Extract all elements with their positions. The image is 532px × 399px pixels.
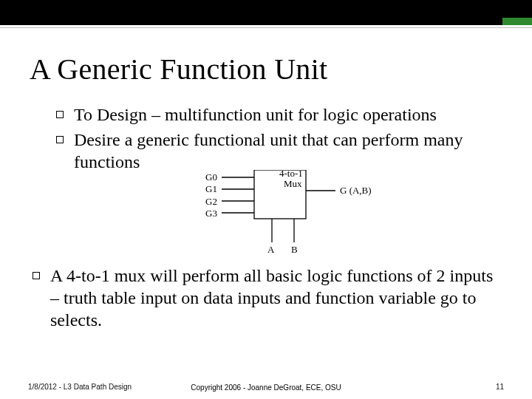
bullet-text: To Design – multifunction unit for logic… [74,103,437,126]
bullet-text: Desire a generic functional unit that ca… [74,129,502,173]
divider [0,25,532,28]
slide-title: A Generic Function Unit [30,52,502,86]
bullet-marker-icon [56,111,64,118]
footer-left: 1/8/2012 - L3 Data Path Design [28,383,139,392]
bullet-item: Desire a generic functional unit that ca… [56,129,502,173]
body-area: To Design – multifunction unit for logic… [43,103,502,176]
svg-rect-4 [254,170,306,219]
bullet-marker-icon [56,136,64,143]
slide: A Generic Function Unit To Design – mult… [0,0,532,399]
second-body: A 4-to-1 mux will perform all basic logi… [33,265,502,334]
accent-box [502,18,532,25]
mux-diagram: G0 G1 G2 G3 4-to-1 Mux G (A,B) A B [0,170,532,259]
bullet-text: A 4-to-1 mux will perform all basic logi… [50,265,502,331]
top-bar [0,0,532,25]
footer-center: Copyright 2006 - Joanne DeGroat, ECE, OS… [191,383,341,392]
bullet-item: To Design – multifunction unit for logic… [56,103,502,126]
mux-svg-icon [205,170,383,259]
page-number: 11 [460,383,504,391]
bullet-item: A 4-to-1 mux will perform all basic logi… [33,265,502,331]
bullet-marker-icon [33,272,40,279]
title-wrap: A Generic Function Unit [30,52,502,86]
